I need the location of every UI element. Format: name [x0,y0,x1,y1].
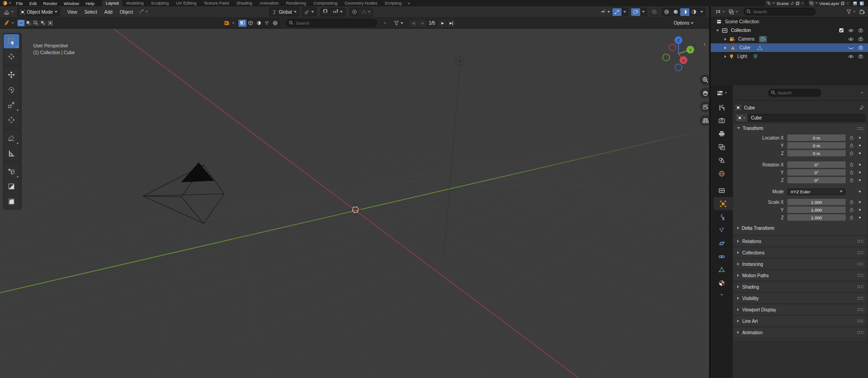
tab-modeling[interactable]: Modeling [123,0,148,6]
lock-icon[interactable] [848,200,855,204]
tab-geometry-nodes[interactable]: Geometry Nodes [341,0,381,6]
hide-eye-icon[interactable] [848,28,854,33]
lock-icon[interactable] [848,207,855,212]
viewport-menu-object[interactable]: Object [116,10,137,15]
disable-render-icon[interactable] [858,28,863,33]
show-gizmo-toggle[interactable] [612,8,621,16]
collapsed-dropdown[interactable] [380,20,390,26]
add-workspace-button[interactable]: + [405,0,412,6]
overlays-dropdown[interactable] [640,8,647,16]
filter-particles-icon[interactable] [263,20,271,27]
tab-compositing[interactable]: Compositing [310,0,341,6]
scene-selector[interactable]: Scene × [765,0,806,6]
panel-grip-handle[interactable] [857,331,863,334]
expand-chevron-icon[interactable] [724,47,726,49]
transform-panel-header[interactable]: Transform [734,124,867,133]
lock-icon[interactable] [848,151,855,155]
tool-rounded-corner[interactable] [4,194,19,208]
delete-viewlayer-button[interactable]: × [846,1,849,6]
shading-wireframe-toggle[interactable] [662,8,671,16]
pager-next-button[interactable]: ▶ [439,20,447,27]
tool-rotate[interactable] [4,83,19,97]
navigation-gizmo[interactable]: Z Y X [661,35,697,74]
panel-grip-handle[interactable] [857,262,863,265]
properties-search-input[interactable] [768,89,821,97]
blender-logo-icon[interactable] [2,0,8,6]
menu-render[interactable]: Render [40,1,61,6]
panel-line-art[interactable]: Line Art [734,316,867,326]
outliner-row-scene-collection[interactable]: Scene Collection [711,17,868,26]
panel-grip-handle[interactable] [857,285,863,288]
location-x-field[interactable]: 0 m [787,135,846,141]
object-name-input[interactable] [748,114,865,122]
tab-object[interactable] [714,197,733,210]
tab-sculpting[interactable]: Sculpting [147,0,172,6]
lock-icon[interactable] [848,178,855,182]
outliner-row-light[interactable]: Light [711,52,868,61]
tab-scene[interactable] [711,154,733,167]
outliner-editor-type-button[interactable] [714,8,727,16]
hide-eye-icon[interactable] [848,54,854,59]
animate-dot[interactable] [859,179,861,181]
filter-cube-icon[interactable] [247,20,255,27]
panel-animation[interactable]: Animation [734,327,867,337]
tool-transform[interactable] [4,113,19,127]
menu-edit[interactable]: Edit [26,1,40,6]
lock-icon[interactable] [848,143,855,148]
axis-negx-ball[interactable] [669,44,676,51]
scale-y-field[interactable]: 1.000 [787,207,846,213]
panel-collections[interactable]: Collections [734,248,867,258]
scale-x-field[interactable]: 1.000 [787,199,846,205]
active-tool-fallback-dropdown[interactable] [137,8,150,16]
outliner-search-input[interactable] [744,8,816,16]
blend-file-icon[interactable] [224,20,230,26]
viewlayer-selector[interactable]: ViewLayer × [807,0,851,6]
lock-icon[interactable] [848,162,855,167]
tab-shading[interactable]: Shading [233,0,256,6]
tab-render[interactable] [711,114,733,127]
shading-material-toggle[interactable] [680,8,689,16]
tab-animation[interactable]: Animation [256,0,282,6]
viewport-menu-view[interactable]: View [64,10,81,15]
animate-dot[interactable] [859,164,861,166]
tab-world[interactable] [711,167,733,180]
properties-options-chevron-icon[interactable] [861,92,863,94]
tab-texture-paint[interactable]: Texture Paint [200,0,232,6]
gizmo-dropdown[interactable] [621,8,628,16]
tool-move[interactable] [4,67,19,82]
pager-prev-button[interactable]: ◀ [418,20,426,27]
delta-transform-subpanel[interactable]: Delta Transform [734,224,864,232]
proportional-falloff-dropdown[interactable] [359,8,373,16]
mode-dropdown[interactable]: Object Mode [17,7,60,16]
animate-dot[interactable] [859,171,861,173]
tab-collection[interactable] [711,184,733,197]
panel-partial[interactable] [734,339,867,341]
viewport-canvas[interactable]: User Perspective (1) Collection | Cube [0,29,709,378]
expand-chevron-icon[interactable] [724,38,726,41]
transform-orientation-dropdown[interactable]: Global [269,7,299,16]
axis-negz-ball[interactable] [675,64,682,71]
proportional-editing-toggle[interactable] [350,8,359,16]
sidebar-collapse-arrow[interactable]: ‹ [704,41,705,47]
animate-dot[interactable] [859,191,861,192]
menu-file[interactable]: File [13,1,26,6]
tab-view-layer[interactable] [711,140,733,154]
panel-grip-handle[interactable] [857,127,863,130]
lock-icon[interactable] [848,170,855,175]
editor-type-button[interactable] [2,8,15,16]
new-scene-icon[interactable] [796,1,800,5]
animate-dot[interactable] [859,152,861,154]
panel-grip-handle[interactable] [857,296,863,300]
pager-last-button[interactable]: ▶ [447,20,455,27]
show-overlays-toggle[interactable] [631,8,640,16]
filter-material-icon[interactable] [255,20,263,27]
shading-dropdown[interactable] [699,8,705,16]
hide-eye-icon[interactable] [848,37,854,41]
pin-icon[interactable] [859,105,864,110]
disable-render-icon[interactable] [858,36,863,41]
disable-render-icon[interactable] [858,45,863,50]
select-mode-set[interactable] [17,20,25,26]
new-collection-button[interactable] [859,9,865,15]
window-area-icon[interactable] [853,1,858,6]
hidden-eye-closed-icon[interactable] [848,46,854,50]
